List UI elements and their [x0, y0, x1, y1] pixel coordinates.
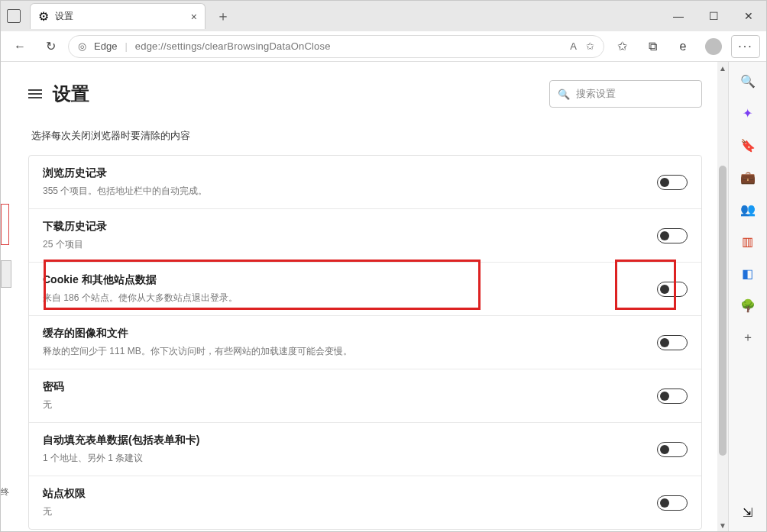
sparkle-icon[interactable]: ✦ — [739, 105, 756, 121]
setting-row: Cookie 和其他站点数据来自 186 个站点。使你从大多数站点退出登录。 — [29, 263, 701, 316]
clear-on-close-list: 浏览历史记录355 个项目。包括地址栏中的自动完成。下载历史记录25 个项目Co… — [28, 155, 702, 530]
avatar — [705, 38, 722, 55]
search-icon: 🔍 — [558, 89, 570, 100]
setting-title: 下载历史记录 — [43, 220, 645, 234]
setting-row: 下载历史记录25 个项目 — [29, 209, 701, 263]
setting-row: 浏览历史记录355 个项目。包括地址栏中的自动完成。 — [29, 156, 701, 209]
toggle-switch[interactable] — [657, 228, 688, 243]
setting-title: 浏览历史记录 — [43, 166, 645, 180]
search-placeholder: 搜索设置 — [576, 87, 616, 101]
more-menu-button[interactable]: ··· — [731, 35, 760, 58]
scroll-up-button[interactable]: ▲ — [717, 62, 728, 74]
setting-title: 自动填充表单数据(包括表单和卡) — [43, 434, 645, 447]
title-bar: ⚙ 设置 × ＋ — ☐ ✕ — [1, 1, 766, 31]
sidebar-collapse-icon[interactable]: ⇲ — [739, 504, 756, 521]
divider: | — [125, 40, 127, 52]
setting-title: 缓存的图像和文件 — [43, 327, 645, 340]
maximize-button[interactable]: ☐ — [696, 1, 731, 31]
profile-button[interactable] — [701, 34, 727, 60]
setting-row: 站点权限无 — [29, 476, 701, 529]
setting-description: 释放的空间少于 111 MB。你下次访问时，有些网站的加载速度可能会变慢。 — [43, 345, 645, 358]
new-tab-button[interactable]: ＋ — [212, 7, 235, 25]
close-tab-icon[interactable]: × — [191, 11, 197, 23]
address-source-label: Edge — [94, 40, 117, 52]
setting-title: Cookie 和其他站点数据 — [43, 273, 645, 287]
tag-icon[interactable]: 🔖 — [739, 137, 756, 153]
minimize-button[interactable]: — — [661, 1, 696, 31]
setting-description: 无 — [43, 398, 645, 411]
edge-sidebar: 🔍✦🔖💼👥▥◧🌳＋ ⇲ — [728, 62, 766, 531]
tab-title: 设置 — [55, 10, 185, 23]
gear-icon: ⚙ — [38, 9, 49, 24]
settings-menu-button[interactable] — [28, 87, 42, 101]
setting-description: 1 个地址、另外 1 条建议 — [43, 452, 645, 465]
setting-row: 密码无 — [29, 369, 701, 423]
office-icon[interactable]: ▥ — [739, 233, 756, 250]
toggle-switch[interactable] — [657, 442, 688, 457]
external-window-edge: 终 — [1, 62, 15, 531]
read-aloud-icon[interactable]: A — [570, 40, 577, 52]
reload-button[interactable]: ↻ — [37, 34, 63, 60]
scroll-thumb[interactable] — [719, 166, 727, 456]
tab-actions-icon[interactable] — [7, 9, 21, 23]
scroll-down-button[interactable]: ▼ — [717, 519, 728, 531]
collections-button[interactable]: ⧉ — [639, 34, 665, 60]
back-button[interactable]: ← — [7, 34, 33, 60]
setting-description: 25 个项目 — [43, 238, 645, 251]
vertical-scrollbar[interactable]: ▲ ▼ — [717, 62, 728, 531]
edge-logo-icon: ◎ — [78, 40, 86, 52]
toggle-switch[interactable] — [657, 335, 688, 350]
setting-row: 自动填充表单数据(包括表单和卡)1 个地址、另外 1 条建议 — [29, 423, 701, 476]
toggle-switch[interactable] — [657, 495, 688, 511]
add-icon[interactable]: ＋ — [739, 329, 756, 346]
setting-title: 站点权限 — [43, 487, 645, 501]
outlook-icon[interactable]: ◧ — [739, 265, 756, 282]
search-icon[interactable]: 🔍 — [739, 73, 756, 89]
page-title: 设置 — [53, 82, 89, 106]
window-controls: — ☐ ✕ — [661, 1, 766, 31]
favorites-button[interactable]: ✩ — [609, 34, 635, 60]
tree-icon[interactable]: 🌳 — [739, 297, 756, 314]
toggle-switch[interactable] — [657, 389, 688, 404]
address-url: edge://settings/clearBrowsingDataOnClose — [135, 40, 331, 52]
address-bar[interactable]: ◎ Edge | edge://settings/clearBrowsingDa… — [68, 35, 604, 58]
settings-search-input[interactable]: 🔍 搜索设置 — [549, 80, 702, 108]
setting-title: 密码 — [43, 380, 645, 394]
setting-description: 355 个项目。包括地址栏中的自动完成。 — [43, 185, 645, 198]
setting-row: 缓存的图像和文件释放的空间少于 111 MB。你下次访问时，有些网站的加载速度可… — [29, 316, 701, 369]
section-subheading: 选择每次关闭浏览器时要清除的内容 — [31, 129, 702, 143]
setting-description: 无 — [43, 505, 645, 518]
settings-page: 设置 🔍 搜索设置 选择每次关闭浏览器时要清除的内容 浏览历史记录355 个项目… — [15, 62, 717, 531]
ie-mode-button[interactable]: e — [670, 34, 696, 60]
people-icon[interactable]: 👥 — [739, 201, 756, 218]
browser-toolbar: ← ↻ ◎ Edge | edge://settings/clearBrowsi… — [1, 31, 766, 62]
toggle-switch[interactable] — [657, 282, 688, 297]
close-window-button[interactable]: ✕ — [731, 1, 766, 31]
briefcase-icon[interactable]: 💼 — [739, 169, 756, 185]
toggle-switch[interactable] — [657, 175, 688, 190]
star-icon[interactable]: ✩ — [586, 40, 594, 52]
setting-description: 来自 186 个站点。使你从大多数站点退出登录。 — [43, 292, 645, 305]
browser-tab[interactable]: ⚙ 设置 × — [30, 3, 206, 29]
partial-external-text: 终 — [1, 486, 13, 532]
